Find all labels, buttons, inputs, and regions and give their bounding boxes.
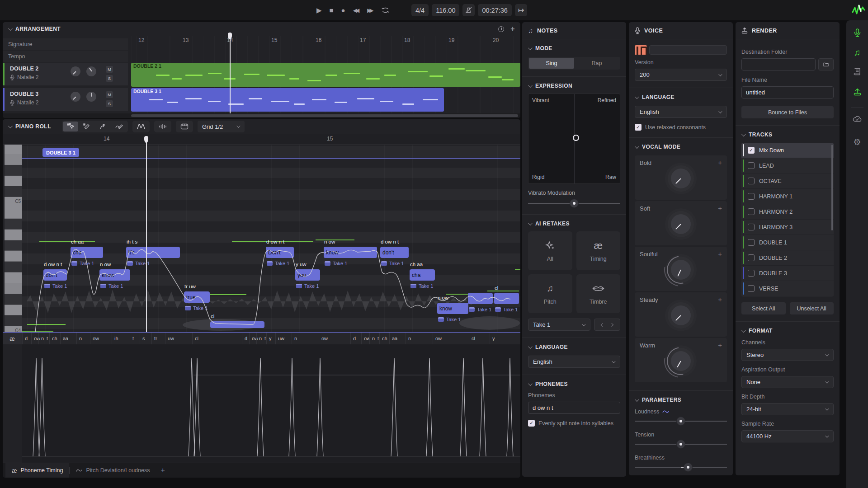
phoneme-cell[interactable]: n [256,333,262,344]
voice-avatar[interactable] [635,45,647,55]
phoneme-timing-row[interactable]: æ downtchaanowihtstruwcldowntyuwnowdownt… [3,332,520,344]
time-signature-display[interactable]: 4/4 [411,4,429,16]
track-checkbox[interactable] [748,239,755,246]
collapse-arrangement-icon[interactable] [8,26,13,31]
piano-note[interactable]: know [324,247,377,258]
take-dropdown[interactable]: Take 1 [528,319,590,331]
loudness-toggle[interactable] [154,121,171,132]
pitch-curve-toggle[interactable] [132,121,150,132]
render-track-row[interactable]: DOUBLE 2 [741,250,834,266]
soulful-knob[interactable] [671,260,691,280]
phoneme-timing-editor[interactable] [22,344,520,463]
mute-button[interactable]: M [106,66,113,73]
pan-knob[interactable] [86,92,96,102]
take-chip[interactable]: Take 1 [410,283,433,289]
sidebar-settings-button[interactable]: ⚙ [846,137,868,147]
aspiration-output-dropdown[interactable]: None [741,376,834,388]
phoneme-cell[interactable]: ow [31,333,38,344]
mode-rap-button[interactable]: Rap [574,58,619,69]
phoneme-cell[interactable]: n [76,333,90,344]
phoneme-cell[interactable]: n [406,333,433,344]
clip-double3-1[interactable]: DOUBLE 3 1 [131,88,444,112]
piano-note[interactable] [494,293,519,304]
phoneme-cell[interactable]: y [266,333,275,344]
solo-button[interactable]: S [106,75,113,82]
phoneme-cell[interactable]: ch [379,333,389,344]
piano-note[interactable]: Don't [266,247,294,258]
render-track-row[interactable]: ✓ Mix Down [741,143,834,158]
render-track-row[interactable]: DOUBLE 3 [741,266,834,281]
take-chip[interactable]: Take 1 [438,317,461,322]
retake-rack-toggle[interactable] [176,121,193,132]
phoneme-cell[interactable]: ow [249,333,256,344]
browse-folder-button[interactable] [818,58,834,70]
add-editor-tab-button[interactable]: + [160,466,165,474]
retake-pitch-button[interactable]: ♫Pitch [528,274,572,313]
take-chip[interactable]: Take 1 [495,307,518,312]
piano-keyboard[interactable]: C5 C4 [5,145,22,332]
mute-button[interactable]: M [106,91,113,98]
phonemes-input[interactable] [528,402,620,414]
collapse-format-icon[interactable] [741,328,746,333]
playhead-marker[interactable] [228,33,232,39]
phoneme-cell[interactable]: t [44,333,49,344]
phoneme-cell[interactable]: d [22,333,31,344]
expression-handle[interactable] [573,135,579,141]
signature-row[interactable]: Signature [3,38,128,50]
bit-depth-dropdown[interactable]: 24-bit [741,403,834,415]
track-checkbox[interactable] [748,270,755,277]
render-track-row[interactable]: HARMONY 3 [741,220,834,235]
piano-note[interactable]: cha [410,269,435,281]
breathiness-slider[interactable] [635,463,727,471]
take-chip[interactable]: Take 1 [267,261,289,266]
destination-folder-input[interactable] [741,58,816,70]
piano-note[interactable]: it's [126,247,180,258]
note-grid[interactable]: DOUBLE 3 1 d ow n tdon'tTake 1ch aachaTa… [22,145,520,332]
solo-button[interactable]: S [106,100,113,107]
phoneme-cell[interactable]: tr [151,333,165,344]
collapse-vocal-mode-icon[interactable] [635,144,639,149]
track-checkbox[interactable] [748,208,755,215]
retake-all-button[interactable]: All [528,231,572,270]
clip-double2-1[interactable]: DOUBLE 2 1 [131,63,520,87]
tab-phoneme-timing[interactable]: æ Phoneme Timing [5,463,69,478]
track-checkbox[interactable]: ✓ [748,147,755,154]
rewind-button[interactable]: ◀◀ [353,8,359,13]
collapse-phonemes-icon[interactable] [528,381,533,386]
phoneme-cell[interactable]: y [490,333,500,344]
render-track-row[interactable]: HARMONY 1 [741,189,834,204]
collapse-language-icon[interactable] [528,344,533,349]
render-track-row[interactable]: DOUBLE 1 [741,235,834,250]
retake-timing-button[interactable]: æTiming [576,231,621,270]
track-voice[interactable]: Natalie 2 [10,99,38,106]
sidebar-notes-button[interactable]: ♫ [846,47,868,58]
collapse-ai-retakes-icon[interactable] [528,221,533,225]
note-language-dropdown[interactable]: English [528,356,620,368]
mode-sing-button[interactable]: Sing [529,58,574,69]
phoneme-cell[interactable]: aa [389,333,406,344]
sidebar-dictionary-button[interactable] [846,68,868,75]
phoneme-cell[interactable]: uw [165,333,192,344]
piano-note[interactable]: know [99,269,130,281]
track-voice[interactable]: Natalie 2 [10,74,38,80]
phoneme-cell[interactable]: uw [275,333,292,344]
pan-knob[interactable] [86,66,96,76]
track-checkbox[interactable] [748,193,755,200]
play-button[interactable]: ▶ [316,7,322,14]
sidebar-render-button[interactable] [846,88,868,96]
tempo-row[interactable]: Tempo [3,51,128,62]
sidebar-cloud-button[interactable] [846,115,868,122]
fast-forward-button[interactable]: ▶▶ [367,8,373,13]
goto-playhead-button[interactable]: ↦ [515,4,527,16]
piano-note[interactable]: true [184,291,210,303]
sidebar-voice-button[interactable] [846,28,868,38]
unselect-all-button[interactable]: Unselect All [790,302,834,314]
phoneme-cell[interactable]: ow [319,333,350,344]
warm-knob[interactable] [671,351,691,371]
voice-name-field[interactable] [649,45,727,55]
piano-note[interactable]: don't [380,247,409,258]
vibrato-modulation-slider[interactable] [528,199,620,207]
piano-note[interactable] [468,293,493,304]
add-soulful-automation-button[interactable]: + [718,250,722,258]
collapse-voice-language-icon[interactable] [635,94,639,99]
